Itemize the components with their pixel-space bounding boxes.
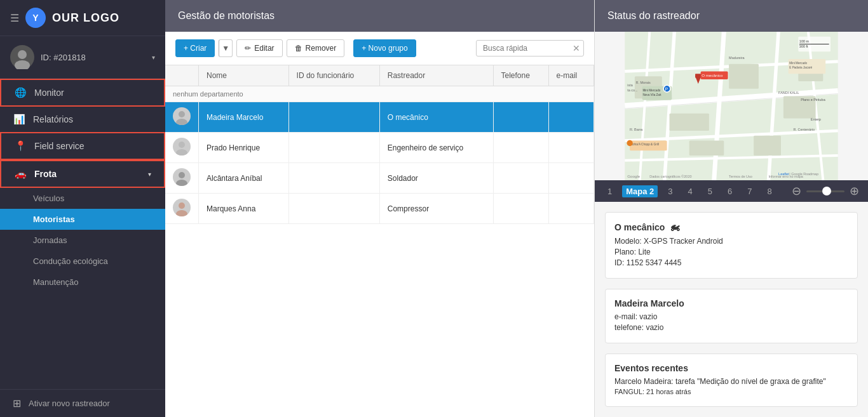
sidebar-sub-label: Motoristas [33, 215, 75, 224]
tracker-card: O mecânico 🏍 Modelo: X-GPS Tracker Andro… [605, 212, 858, 279]
drivers-table: Nome ID do funcionário Rastreador Telefo… [165, 65, 594, 224]
rastreador: O mecânico [379, 102, 493, 133]
svg-point-7 [176, 180, 187, 186]
map-tabs: 1 Mapa 2 3 4 5 6 7 8 ⊖ ⊕ [595, 180, 868, 202]
table-row[interactable]: Marques Anna Compressor [165, 194, 594, 224]
avatar-cell [165, 133, 199, 163]
driver-name: Alcântara Aníbal [199, 163, 289, 194]
map-tab-5[interactable]: 5 [703, 185, 717, 197]
funcionario-id [288, 133, 379, 163]
sidebar-item-relatorios[interactable]: 📊 Relatórios [0, 107, 165, 132]
svg-point-1 [15, 60, 30, 69]
dept-row: nenhum departamento [165, 86, 594, 102]
svg-text:R. Morais: R. Morais [635, 81, 651, 84]
event-2: FANGUL: 21 horas atrás [614, 388, 848, 395]
table-row[interactable]: Madeira Marcelo O mecânico [165, 102, 594, 133]
relatorios-icon: 📊 [13, 114, 25, 125]
tracker-icon: 🏍 [670, 222, 680, 233]
svg-rect-25 [689, 141, 724, 156]
activate-icon: ⊞ [13, 397, 21, 409]
user-chevron-icon[interactable]: ▾ [152, 54, 155, 61]
svg-point-4 [179, 142, 185, 148]
dropdown-icon: ▼ [222, 44, 229, 53]
col-email: e-mail [548, 65, 593, 86]
map-tab-8[interactable]: 8 [762, 185, 776, 197]
novo-grupo-button[interactable]: + Novo grupo [353, 39, 416, 57]
svg-text:300 ft: 300 ft [799, 44, 808, 48]
sidebar-item-jornadas[interactable]: Jornadas [0, 230, 165, 251]
criar-label: + Criar [184, 44, 207, 53]
sidebar-item-conducao[interactable]: Condução ecológica [0, 251, 165, 272]
svg-text:E Padaria Jacaré: E Padaria Jacaré [789, 66, 812, 69]
funcionario-id [288, 102, 379, 133]
driver-name: Madeira Marcelo [199, 102, 289, 133]
table-row[interactable]: Alcântara Aníbal Soldador [165, 163, 594, 194]
rastreador: Engenheiro de serviço [379, 133, 493, 163]
rastreador: Soldador [379, 163, 493, 194]
map-tab-3[interactable]: 3 [663, 185, 677, 197]
col-rastreador: Rastreador [379, 65, 493, 86]
hamburger-icon[interactable]: ☰ [10, 12, 19, 24]
criar-dropdown-button[interactable]: ▼ [219, 39, 233, 57]
zoom-in-button[interactable]: ⊕ [848, 184, 860, 198]
svg-text:FANDI KALIL: FANDI KALIL [778, 91, 799, 95]
editar-button[interactable]: ✏ Editar [236, 39, 282, 57]
col-nome: Nome [199, 65, 289, 86]
sidebar-item-frota[interactable]: 🚗 Frota ▾ [0, 160, 165, 188]
editar-label: Editar [254, 44, 274, 53]
event-1: Marcelo Madeira: tarefa "Medição do níve… [614, 377, 848, 386]
activate-tracker-button[interactable]: ⊞ Ativar novo rastreador [0, 390, 165, 417]
avatar-cell [165, 194, 199, 224]
driver-avatar [173, 107, 191, 125]
table-row[interactable]: Prado Henrique Engenheiro de serviço [165, 133, 594, 163]
search-input[interactable] [476, 40, 584, 56]
logo-circle: Y [25, 8, 46, 28]
user-section: ID: #201818 ▾ [0, 36, 165, 79]
map-svg: R. Morais Madureira FANDI KALIL R. Cente… [595, 32, 868, 180]
sidebar-item-monitor[interactable]: 🌐 Monitor [0, 79, 165, 107]
sidebar-item-field-service[interactable]: 📍 Field service [0, 132, 165, 160]
remover-button[interactable]: 🗑 Remover [287, 39, 345, 57]
svg-text:Google: Google [627, 174, 641, 178]
frota-icon: 🚗 [14, 168, 27, 180]
email [548, 102, 593, 133]
map-tab-6[interactable]: 6 [722, 185, 737, 197]
telefone [493, 163, 548, 194]
driver-avatar [173, 199, 191, 216]
map-tab-1[interactable]: 1 [602, 185, 617, 197]
sidebar-item-label: Relatórios [33, 114, 73, 124]
sidebar: ☰ Y OUR LOGO ID: #201818 ▾ 🌐 Monitor 📊 R… [0, 0, 165, 417]
svg-rect-41 [695, 74, 701, 77]
email [548, 194, 593, 224]
sidebar-item-manutencao[interactable]: Manutenção [0, 272, 165, 293]
map-tab-4[interactable]: 4 [683, 185, 698, 197]
svg-point-6 [179, 172, 185, 178]
zoom-slider[interactable] [806, 190, 844, 192]
events-card: Eventos recentes Marcelo Madeira: tarefa… [605, 354, 858, 407]
field-service-icon: 📍 [14, 140, 27, 152]
criar-button[interactable]: + Criar [175, 39, 215, 57]
funcionario-id [288, 163, 379, 194]
telefone [493, 102, 548, 133]
svg-text:P: P [665, 87, 668, 91]
driver-card-title: Madeira Marcelo [614, 298, 848, 308]
col-funcionario-id: ID do funcionário [288, 65, 379, 86]
center-panel: Gestão de motoristas + Criar ▼ ✏ Editar … [165, 0, 595, 417]
svg-point-3 [176, 119, 187, 125]
map-wrapper: R. Morais Madureira FANDI KALIL R. Cente… [595, 32, 868, 180]
sidebar-item-motoristas[interactable]: Motoristas [0, 209, 165, 230]
dept-label: nenhum departamento [165, 86, 594, 102]
map-tab-2[interactable]: Mapa 2 [622, 185, 658, 197]
funcionario-id [288, 194, 379, 224]
search-clear-icon[interactable]: ✕ [573, 43, 580, 53]
svg-text:100 m: 100 m [799, 39, 810, 43]
telefone [493, 133, 548, 163]
monitor-icon: 🌐 [14, 87, 27, 98]
zoom-out-button[interactable]: ⊖ [790, 184, 803, 198]
right-panel: Status do rastreador [595, 0, 868, 417]
table-container: Nome ID do funcionário Rastreador Telefo… [165, 65, 594, 417]
sidebar-item-veiculos[interactable]: Veículos [0, 188, 165, 209]
svg-text:O mecânico: O mecânico [702, 73, 723, 77]
svg-point-5 [176, 149, 187, 156]
map-tab-7[interactable]: 7 [742, 185, 757, 197]
